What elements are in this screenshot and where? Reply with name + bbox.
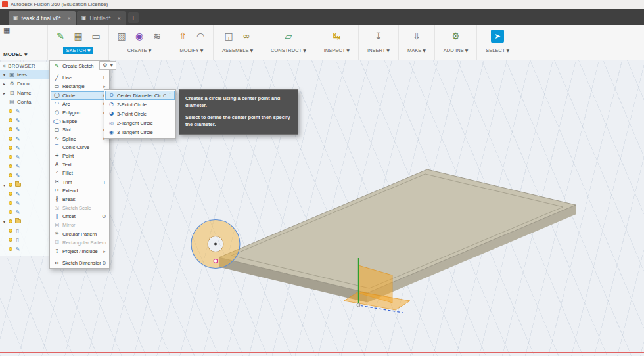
construction-plane-icon[interactable]: ▱	[282, 30, 295, 43]
menu-item-3-tangent-circle[interactable]: ◉3-Tangent Circle	[105, 128, 175, 137]
menu-item-arc[interactable]: ◠Arc▸	[51, 100, 108, 108]
visibility-bulb-icon[interactable]	[9, 210, 12, 214]
menu-item-center-diameter-circle[interactable]: ⊙Center Diameter CircleC⋮	[105, 91, 175, 100]
visibility-bulb-icon[interactable]	[9, 238, 12, 242]
3d-viewport[interactable]: « BROWSER ▾▣teas▸⚙Docu▸⊞Name▤Conta✎✎✎✎✎✎…	[0, 60, 644, 356]
visibility-bulb-icon[interactable]	[9, 192, 12, 196]
tree-expand-arrow-icon[interactable]: ▸	[2, 91, 7, 95]
press-pull-icon[interactable]: ⇧	[176, 30, 189, 43]
visibility-bulb-icon[interactable]	[9, 173, 12, 177]
sketch-center-point[interactable]	[214, 243, 217, 246]
visibility-bulb-icon[interactable]	[9, 247, 12, 251]
toolbar-menu-make[interactable]: MAKE▼	[405, 47, 428, 54]
menu-item-line[interactable]: ╱LineL	[51, 74, 108, 82]
gear-icon[interactable]: ⚙	[103, 62, 107, 68]
sketch-menu: ✎Create Sketch╱LineL▭Rectangle▸◯Circle▸◠…	[49, 60, 110, 269]
tree-expand-arrow-icon[interactable]: ▾	[2, 183, 7, 187]
origin-point[interactable]	[357, 303, 360, 307]
menu-item-sketch-scale: ⇲Sketch Scale	[51, 204, 108, 212]
pin-menu-icon[interactable]: ▾	[110, 62, 113, 68]
toolbar-group-create: ▧◉≋CREATE▼	[108, 25, 170, 60]
menu-item-offset[interactable]: ∥OffsetO	[51, 212, 108, 221]
menu-item-project-include[interactable]: ↧Project / Include▸	[51, 247, 108, 256]
menu-item-polygon[interactable]: ⬡Polygon▸	[51, 108, 108, 117]
visibility-bulb-icon[interactable]	[9, 146, 12, 150]
create-sketch-icon[interactable]: ✎	[54, 30, 67, 43]
toolbar-menu-modify[interactable]: MODIFY▼	[177, 47, 206, 54]
create-form-icon[interactable]: ◉	[133, 30, 146, 43]
menu-item-circle[interactable]: ◯Circle▸	[51, 91, 108, 100]
visibility-bulb-icon[interactable]	[9, 118, 12, 122]
three-point-circle-icon: ◕	[108, 111, 115, 116]
menu-item-label: Break	[62, 196, 106, 202]
sketch-icon: ✎	[14, 173, 21, 179]
menu-item-spline[interactable]: ∿Spline▸	[51, 135, 108, 143]
visibility-bulb-icon[interactable]	[9, 127, 12, 131]
toolbar-menu-create[interactable]: CREATE▼	[125, 47, 154, 54]
collapse-browser-icon[interactable]: «	[3, 63, 6, 69]
sketch-patch-icon[interactable]: ▦	[72, 30, 85, 43]
menu-item-sketch-dimension[interactable]: ↔Sketch DimensionD	[51, 259, 108, 267]
menu-item-2-point-circle[interactable]: ◔2-Point Circle	[105, 100, 175, 109]
menu-item-point[interactable]: +Point	[51, 152, 108, 160]
menu-item-ellipse[interactable]: ◯Ellipse	[51, 117, 108, 125]
menu-item-text[interactable]: AText	[51, 160, 108, 169]
toolbar-menu-sketch[interactable]: SKETCH▼	[63, 47, 93, 54]
menu-item-conic-curve[interactable]: ⌒Conic Curve	[51, 143, 108, 152]
visibility-bulb-icon[interactable]	[9, 229, 12, 233]
toolbar-menu-construct[interactable]: CONSTRUCT▼	[268, 47, 309, 54]
browser-title: BROWSER	[8, 63, 35, 69]
menu-item-extend[interactable]: ↦Extend	[51, 187, 108, 195]
visibility-bulb-icon[interactable]	[9, 183, 12, 187]
polygon-icon: ⬡	[53, 110, 60, 116]
menu-item-slot[interactable]: ▢Slot▸	[51, 125, 108, 134]
visibility-bulb-icon[interactable]	[9, 137, 12, 141]
document-tab[interactable]: ▣teask 4 final v8*×	[9, 11, 76, 25]
menu-item-break[interactable]: ∦Break	[51, 195, 108, 204]
toolbar-menu-label: ADD-INS	[444, 47, 464, 53]
joint-icon[interactable]: ∞	[240, 30, 253, 43]
toolbar-menu-inspect[interactable]: INSPECT▼	[321, 47, 352, 54]
tree-expand-arrow-icon[interactable]: ▾	[2, 72, 7, 77]
menu-item-3-point-circle[interactable]: ◕3-Point Circle	[105, 109, 175, 118]
insert-mesh-icon[interactable]: ↧	[372, 30, 385, 43]
modify-fillet-icon[interactable]: ◠	[194, 30, 207, 43]
toolbar-menu-add-ins[interactable]: ADD-INS▼	[441, 47, 471, 54]
toolbar-menu-label: MODIFY	[180, 47, 199, 53]
sketch-icon: ✎	[14, 200, 21, 206]
visibility-bulb-icon[interactable]	[9, 201, 12, 205]
toolbar-menu-select[interactable]: SELECT▼	[483, 47, 512, 54]
visibility-bulb-icon[interactable]	[9, 155, 12, 159]
visibility-bulb-icon[interactable]	[9, 164, 12, 168]
menu-separator	[52, 72, 107, 72]
create-box-icon[interactable]: ▧	[115, 30, 128, 43]
tree-expand-arrow-icon[interactable]: ▾	[2, 219, 7, 224]
conic-curve-icon: ⌒	[53, 145, 60, 150]
toolbar-group-sketch: ✎▦▭SKETCH▼	[47, 25, 108, 60]
close-icon[interactable]: ×	[118, 15, 121, 22]
menu-item-2-tangent-circle[interactable]: ◎2-Tangent Circle	[105, 119, 175, 128]
menu-item-rectangle[interactable]: ▭Rectangle▸	[51, 82, 108, 91]
visibility-bulb-icon[interactable]	[9, 219, 12, 223]
menu-item-trim[interactable]: ✂TrimT	[51, 177, 108, 186]
sketch-point-marker[interactable]	[214, 259, 218, 263]
toolbar-menu-insert[interactable]: INSERT▼	[365, 47, 392, 54]
menu-item-fillet[interactable]: ◜Fillet	[51, 169, 108, 177]
fillet-icon: ◜	[53, 171, 60, 176]
new-tab-button[interactable]: +	[128, 12, 139, 23]
create-loft-icon[interactable]: ≋	[150, 30, 164, 43]
workspace-selector[interactable]: MODEL ▼	[3, 51, 47, 57]
document-tab[interactable]: ▣Untitled*×	[77, 11, 126, 25]
select-cursor-icon[interactable]: ➤	[491, 30, 504, 43]
make-3d-print-icon[interactable]: ⇩	[410, 30, 423, 43]
new-component-icon[interactable]: ◱	[222, 30, 235, 43]
toolbar-menu-assemble[interactable]: ASSEMBLE▼	[219, 47, 256, 54]
scripts-addins-icon[interactable]: ⚙	[449, 30, 463, 43]
close-icon[interactable]: ×	[68, 15, 71, 22]
measure-icon[interactable]: ↹	[330, 30, 343, 43]
sketch-rectangle-icon[interactable]: ▭	[89, 30, 103, 43]
visibility-bulb-icon[interactable]	[9, 109, 12, 113]
data-panel-grid-icon[interactable]: ▦	[3, 27, 12, 34]
tree-expand-arrow-icon[interactable]: ▸	[2, 81, 7, 86]
menu-item-circular-pattern[interactable]: ✳Circular Pattern	[51, 230, 108, 238]
